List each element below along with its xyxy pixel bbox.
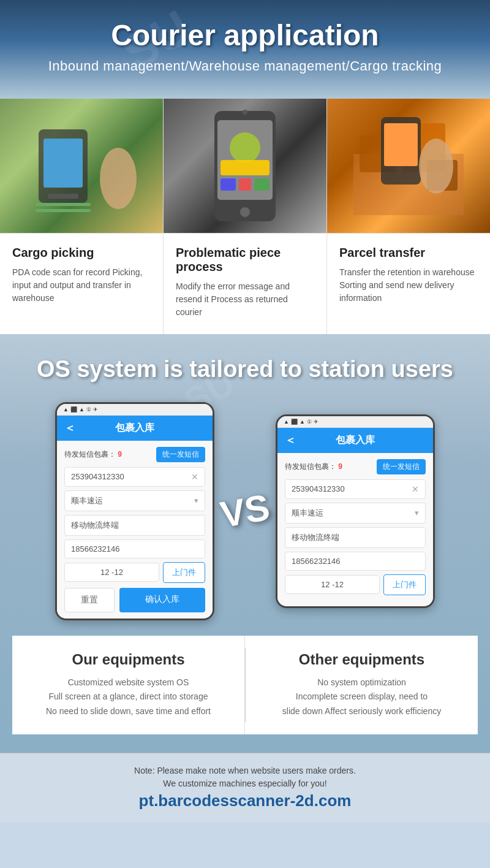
phone1-pending-label: 待发短信包裹： 9: [64, 449, 122, 460]
equipment-row: Our equipments Customized website system…: [12, 636, 478, 734]
svg-rect-1: [43, 139, 83, 188]
phone1-date-row: 12 -12 上门件: [64, 562, 205, 583]
phone1-status-bar: ▲ ⬛ ▲ ① ✈: [57, 404, 213, 416]
phone2-courier-chevron-icon: ▾: [415, 508, 419, 517]
other-phone-mockup: ▲ ⬛ ▲ ① ✈ ＜ 包裹入库 待发短信包裹： 9 统一发短信: [276, 414, 435, 608]
phone2-pending-row: 待发短信包裹： 9 统一发短信: [285, 459, 426, 474]
main-title: Courier application: [12, 18, 478, 52]
phone2-sms-button[interactable]: 统一发短信: [377, 459, 426, 474]
phone2-body: 待发短信包裹： 9 统一发短信 253904312330 ✕ 顺丰速运 ▾ 移动…: [277, 453, 433, 606]
svg-rect-12: [221, 178, 236, 191]
phone1-tracking-row: 253904312330 ✕: [64, 467, 205, 487]
phone2-back-arrow[interactable]: ＜: [285, 433, 296, 447]
svg-rect-4: [36, 209, 91, 212]
phone2-phone-number: 18566232146: [292, 557, 341, 566]
header-section: SU Courier application Inbound managemen…: [0, 0, 490, 99]
phone1-pending-count: 9: [118, 450, 122, 459]
other-equipment-col: Other equipments No system optimizationI…: [246, 636, 478, 734]
phone2-date-field[interactable]: 12 -12: [285, 575, 380, 594]
phone2-tracking-row: 253904312330 ✕: [285, 479, 426, 499]
svg-rect-3: [36, 203, 91, 206]
phone1-terminal-row: 移动物流终端: [64, 515, 205, 536]
phone1-terminal: 移动物流终端: [71, 520, 119, 531]
problematic-piece-text: Modify the error message and resend it P…: [176, 280, 314, 319]
phone1-courier-chevron-icon: ▾: [194, 496, 198, 505]
phone2-status-icons: ▲ ⬛ ▲ ① ✈: [284, 419, 318, 425]
os-section: SU OS system is tailored to station user…: [0, 334, 490, 753]
phone1-tag-button[interactable]: 上门件: [163, 562, 205, 583]
our-phone-mockup: ▲ ⬛ ▲ ① ✈ ＜ 包裹入库 待发短信包裹： 9 统一发短信: [55, 402, 214, 620]
phone1-tracking-number: 253904312330: [71, 472, 124, 481]
phone1-phone-number: 18566232146: [71, 544, 120, 554]
phone2-date-row: 12 -12 上门件: [285, 574, 426, 595]
svg-point-9: [243, 110, 247, 115]
cargo-picking-image: [0, 99, 164, 233]
phone1-courier-row[interactable]: 顺丰速运 ▾: [64, 490, 205, 511]
phone1-phone-row: 18566232146: [64, 539, 205, 558]
phone1-courier-name: 顺丰速运: [71, 495, 103, 506]
phone1-sms-button[interactable]: 统一发短信: [156, 447, 205, 462]
svg-point-10: [230, 132, 260, 163]
other-equipment-title: Other equipments: [264, 651, 459, 668]
problematic-piece-card: Problematic piece process Modify the err…: [164, 234, 327, 334]
phone2-header: ＜ 包裹入库: [277, 428, 433, 453]
phone1-body: 待发短信包裹： 9 统一发短信 253904312330 ✕ 顺丰速运 ▾ 移动…: [57, 441, 213, 619]
phone1-back-arrow[interactable]: ＜: [64, 421, 75, 435]
sub-title: Inbound management/Warehouse management/…: [12, 58, 478, 74]
parcel-transfer-image: [327, 99, 490, 233]
other-equipment-text: No system optimizationIncomplete screen …: [264, 676, 459, 719]
svg-rect-11: [221, 160, 270, 175]
phone1-header: ＜ 包裹入库: [57, 416, 213, 441]
phone2-header-text: 包裹入库: [336, 435, 375, 445]
cargo-picking-title: Cargo picking: [12, 246, 151, 260]
svg-rect-13: [239, 178, 251, 191]
phone2-courier-row[interactable]: 顺丰速运 ▾: [285, 503, 426, 523]
phone2-tag-button[interactable]: 上门件: [383, 574, 426, 595]
our-equipment-title: Our equipments: [31, 651, 226, 668]
image-row: [0, 99, 490, 234]
phone1-header-text: 包裹入库: [115, 422, 154, 433]
phone2-pending-label: 待发短信包裹： 9: [285, 462, 342, 472]
phone1-reset-button[interactable]: 重置: [64, 588, 115, 612]
phone2-status-bar: ▲ ⬛ ▲ ① ✈: [277, 416, 433, 428]
footer-section: Note: Please make note when website user…: [0, 753, 490, 823]
comparison-row: ▲ ⬛ ▲ ① ✈ ＜ 包裹入库 待发短信包裹： 9 统一发短信: [12, 402, 478, 620]
footer-note: Note: Please make note when website user…: [12, 766, 478, 775]
phone1-pending-row: 待发短信包裹： 9 统一发短信: [64, 447, 205, 462]
cargo-picking-text: PDA code scan for record Picking, input …: [12, 266, 151, 305]
problematic-piece-title: Problematic piece process: [176, 246, 314, 274]
svg-rect-2: [48, 194, 78, 199]
phone2-pending-count: 9: [338, 462, 342, 471]
footer-url: pt.barcodesscanner-2d.com: [12, 791, 478, 810]
phone1-clear-icon[interactable]: ✕: [191, 472, 198, 482]
cargo-picking-card: Cargo picking PDA code scan for record P…: [0, 234, 164, 334]
phone2-tracking-number: 253904312330: [292, 484, 345, 493]
vs-label: VS: [217, 486, 273, 536]
phone2-phone-row: 18566232146: [285, 552, 426, 571]
os-title: OS system is tailored to station users: [12, 356, 478, 384]
cards-section: Cargo picking PDA code scan for record P…: [0, 234, 490, 334]
parcel-transfer-title: Parcel transfer: [339, 246, 478, 260]
svg-point-8: [240, 207, 250, 217]
svg-point-5: [100, 148, 137, 209]
phone1-confirm-button[interactable]: 确认入库: [119, 588, 205, 612]
our-equipment-col: Our equipments Customized website system…: [12, 636, 245, 734]
phone2-clear-icon[interactable]: ✕: [412, 484, 419, 494]
svg-rect-20: [384, 123, 418, 166]
problematic-piece-image: [164, 99, 327, 233]
parcel-transfer-card: Parcel transfer Transfer the retention i…: [327, 234, 490, 334]
phone2-terminal-row: 移动物流终端: [285, 527, 426, 548]
phone2-courier-name: 顺丰速运: [292, 508, 323, 519]
parcel-transfer-text: Transfer the retention in warehouse Sort…: [339, 266, 478, 305]
svg-point-21: [419, 139, 453, 194]
footer-note2: We customize machines especially for you…: [12, 779, 478, 788]
phone2-terminal: 移动物流终端: [292, 532, 339, 543]
svg-rect-14: [254, 178, 270, 191]
phone1-status-icons: ▲ ⬛ ▲ ① ✈: [63, 406, 98, 413]
phone1-date-field[interactable]: 12 -12: [64, 563, 159, 582]
our-equipment-text: Customized website system OSFull screen …: [31, 676, 226, 719]
phone1-action-row: 重置 确认入库: [64, 588, 205, 612]
